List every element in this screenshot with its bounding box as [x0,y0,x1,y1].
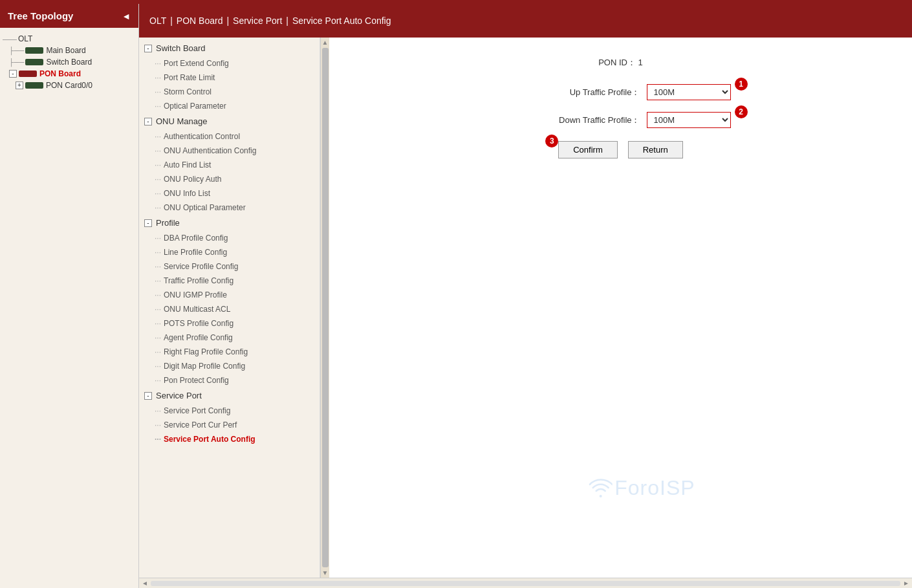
nav-onu-multicast-acl[interactable]: ···ONU Multicast ACL [139,302,320,316]
wifi-watermark-icon [589,477,612,500]
down-traffic-select-wrapper: 100M 200M 500M 1G 2 [647,112,731,128]
scroll-thumb [322,48,329,567]
bottom-scrollbar[interactable]: ◄ ► [139,578,912,588]
nav-scrollbar[interactable]: ▲ ▼ [320,38,329,578]
switch-board-conn: ├── [9,58,24,66]
nav-auto-find-list[interactable]: ···Auto Find List [139,158,320,172]
onu-manage-expand[interactable]: - [144,118,152,125]
form-area: PON ID： 1 Up Traffic Profile： 100M 200M … [329,38,912,578]
sidebar-header: Tree Topology ◄ [0,4,138,28]
main-board-conn: ├── [9,47,24,54]
nav-service-port-auto-config[interactable]: ···Service Port Auto Config [139,432,320,446]
hscroll-track [151,581,900,586]
up-traffic-select-wrapper: 100M 200M 500M 1G 1 [647,84,731,100]
form-content: PON ID： 1 Up Traffic Profile： 100M 200M … [329,38,912,578]
service-port-expand[interactable]: - [144,392,152,400]
badge-2: 2 [735,105,748,118]
pon-board-label: PON Board [39,69,81,78]
tree-olt[interactable]: —— OLT [3,33,136,45]
nav-service-port-config[interactable]: ···Service Port Config [139,404,320,418]
sidebar-arrow: ◄ [122,11,131,21]
olt-label: OLT [18,34,32,43]
onu-manage-section-label: ONU Manage [156,116,207,126]
down-traffic-select[interactable]: 100M 200M 500M 1G [647,112,731,128]
pon-board-expand[interactable]: - [9,70,17,78]
nav-auth-control[interactable]: ···Authentication Control [139,129,320,144]
up-traffic-label: Up Traffic Profile： [511,87,640,98]
breadcrumb-auto-config: Service Port Auto Config [292,16,391,26]
switch-board-label: Switch Board [46,58,92,67]
pon-id-value: 1 [638,58,643,67]
down-traffic-row: Down Traffic Profile： 100M 200M 500M 1G … [342,112,899,128]
nav-section-switch-board[interactable]: - Switch Board [139,40,320,56]
sep1: | [170,16,173,26]
nav-right-flag-profile[interactable]: ···Right Flag Profile Config [139,345,320,359]
up-traffic-row: Up Traffic Profile： 100M 200M 500M 1G 1 [342,84,899,100]
pon-id-label: PON ID： [598,58,636,67]
badge-1: 1 [735,78,748,91]
scroll-down[interactable]: ▼ [322,569,329,576]
tree-pon-card[interactable]: + PON Card0/0 [16,80,136,91]
breadcrumb-service-port: Service Port [233,16,282,26]
nav-panel: - Switch Board ···Port Extend Config ···… [139,38,320,578]
main-board-label: Main Board [46,46,85,55]
nav-storm-control[interactable]: ···Storm Control [139,85,320,99]
nav-section-profile[interactable]: - Profile [139,215,320,231]
form-buttons: 3 Confirm Return [342,141,899,158]
main-layout: Tree Topology ◄ —— OLT ├── Main Board ├─… [0,4,912,588]
pon-card-expand[interactable]: + [16,82,23,89]
badge-3: 3 [545,135,558,147]
watermark-text: ForoISP [614,476,695,500]
nav-section-service-port[interactable]: - Service Port [139,387,320,404]
main-board-icon [25,47,43,54]
service-port-section-label: Service Port [156,391,202,400]
down-traffic-label: Down Traffic Profile： [511,114,640,126]
sep2: | [226,16,229,26]
nav-traffic-profile[interactable]: ···Traffic Profile Config [139,274,320,288]
content-area: - Switch Board ···Port Extend Config ···… [139,38,912,578]
nav-agent-profile[interactable]: ···Agent Profile Config [139,331,320,345]
nav-dba-profile[interactable]: ···DBA Profile Config [139,231,320,245]
nav-onu-info-list[interactable]: ···ONU Info List [139,186,320,201]
up-traffic-select[interactable]: 100M 200M 500M 1G [647,84,731,100]
tree-switch-board[interactable]: ├── Switch Board [9,56,136,68]
pon-id-row: PON ID： 1 [342,57,899,69]
nav-optical-parameter[interactable]: ···Optical Parameter [139,99,320,113]
return-button[interactable]: Return [628,141,683,158]
profile-expand[interactable]: - [144,219,152,227]
sidebar: Tree Topology ◄ —— OLT ├── Main Board ├─… [0,4,139,588]
breadcrumb: OLT | PON Board | Service Port | Service… [139,4,912,38]
nav-onu-igmp-profile[interactable]: ···ONU IGMP Profile [139,288,320,302]
breadcrumb-pon-board: PON Board [177,16,223,26]
hscroll-left[interactable]: ◄ [142,580,148,587]
tree-main-board[interactable]: ├── Main Board [9,45,136,56]
tree-pon-board[interactable]: - PON Board [9,68,136,80]
confirm-button[interactable]: Confirm [558,141,618,158]
confirm-btn-wrapper: 3 Confirm [558,141,618,158]
nav-service-profile[interactable]: ···Service Profile Config [139,259,320,274]
content: OLT | PON Board | Service Port | Service… [139,4,912,588]
switch-board-section-label: Switch Board [156,43,206,53]
switch-board-expand[interactable]: - [144,45,152,52]
breadcrumb-olt: OLT [149,16,166,26]
nav-onu-optical-param[interactable]: ···ONU Optical Parameter [139,201,320,215]
pon-board-icon [19,71,37,77]
sidebar-title: Tree Topology [8,10,73,21]
sidebar-tree: —— OLT ├── Main Board ├── Switch Board -… [0,28,138,588]
nav-onu-policy-auth[interactable]: ···ONU Policy Auth [139,172,320,186]
nav-pots-profile[interactable]: ···POTS Profile Config [139,316,320,331]
pon-card-icon [25,82,43,89]
nav-section-onu-manage[interactable]: - ONU Manage [139,113,320,129]
watermark: ForoISP [589,476,695,500]
nav-service-port-cur-perf[interactable]: ···Service Port Cur Perf [139,418,320,432]
nav-port-rate-limit[interactable]: ···Port Rate Limit [139,71,320,85]
profile-section-label: Profile [156,218,180,228]
pon-card-label: PON Card0/0 [46,81,92,90]
nav-digit-map-profile[interactable]: ···Digit Map Profile Config [139,359,320,373]
nav-port-extend-config[interactable]: ···Port Extend Config [139,56,320,71]
nav-pon-protect[interactable]: ···Pon Protect Config [139,373,320,387]
scroll-up[interactable]: ▲ [322,39,329,46]
nav-line-profile[interactable]: ···Line Profile Config [139,245,320,259]
nav-onu-auth-config[interactable]: ···ONU Authentication Config [139,144,320,158]
hscroll-right[interactable]: ► [903,580,909,587]
